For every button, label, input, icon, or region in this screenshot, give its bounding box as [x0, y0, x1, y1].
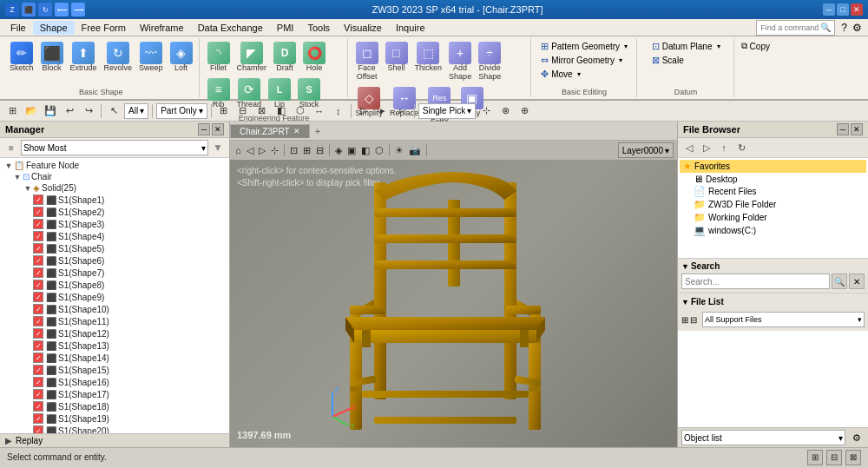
shape17-checkbox[interactable]: ✓ — [33, 389, 43, 399]
shape9-checkbox[interactable]: ✓ — [33, 292, 43, 302]
status-icon-2[interactable]: ⊟ — [826, 450, 842, 465]
menu-inquire[interactable]: Inquire — [389, 21, 432, 35]
recent-files-item[interactable]: 📄 Recent Files — [680, 185, 866, 198]
tree-shape-8[interactable]: ✓ ⬛ S1(Shape8) — [2, 279, 227, 291]
shape13-checkbox[interactable]: ✓ — [33, 340, 43, 351]
object-list-settings-button[interactable]: ⚙ — [849, 430, 865, 445]
file-browser-close-button[interactable]: ✕ — [851, 123, 863, 135]
new-button[interactable]: ⊞ — [3, 102, 21, 120]
revolve-button[interactable]: ↻ Revolve — [102, 40, 135, 75]
tree-shape-20[interactable]: ✓ ⬛ S1(Shape20) — [2, 425, 227, 433]
shape1-checkbox[interactable]: ✓ — [33, 194, 43, 205]
shape8-checkbox[interactable]: ✓ — [33, 280, 43, 290]
windows-drive-item[interactable]: 💻 windows(C:) — [680, 224, 866, 237]
window-controls[interactable]: ─ □ ✕ — [823, 3, 863, 16]
sweep-button[interactable]: 〰 Sweep — [136, 40, 166, 75]
viewport-add-tab-button[interactable]: + — [310, 124, 326, 138]
vp-nav-button-3[interactable]: ⊹ — [269, 142, 280, 158]
minimize-button[interactable]: ─ — [823, 3, 835, 16]
loft-button[interactable]: ◈ Loft — [168, 40, 195, 75]
tree-shape-7[interactable]: ✓ ⬛ S1(Shape7) — [2, 267, 227, 279]
shape20-checkbox[interactable]: ✓ — [33, 425, 43, 433]
block-button[interactable]: ⬛ Block — [38, 40, 66, 75]
undo-button[interactable]: ↩ — [61, 102, 78, 120]
vp-nav-button-1[interactable]: ◁ — [245, 142, 255, 158]
solid-node[interactable]: ▼ ◈ Solid(25) — [2, 182, 227, 194]
redo-button[interactable]: ↪ — [80, 102, 97, 120]
search-submit-button[interactable]: 🔍 — [832, 274, 847, 289]
vp-nav-button-2[interactable]: ▷ — [257, 142, 267, 158]
settings-icon[interactable]: ⚙ — [852, 22, 862, 34]
menu-pmi[interactable]: PMI — [270, 21, 301, 35]
fillet-button[interactable]: ◝ Fillet — [205, 40, 233, 75]
status-icon-1[interactable]: ⊞ — [807, 450, 823, 465]
search-input[interactable] — [681, 274, 830, 289]
shape19-checkbox[interactable]: ✓ — [33, 413, 43, 424]
shape18-checkbox[interactable]: ✓ — [33, 401, 43, 412]
viewport-canvas[interactable]: <right-click> for context-sensitive opti… — [230, 160, 677, 447]
tree-shape-16[interactable]: ✓ ⬛ S1(Shape16) — [2, 376, 227, 388]
chair-node[interactable]: ▼ ⊡ Chair — [2, 171, 227, 182]
working-folder-item[interactable]: 📁 Working Folder — [680, 211, 866, 224]
tree-shape-3[interactable]: ✓ ⬛ S1(Shape3) — [2, 218, 227, 230]
view-btn-1[interactable]: ⊞ — [215, 102, 233, 120]
thicken-button[interactable]: ⬚ Thicken — [412, 40, 445, 75]
manager-filter-dropdown[interactable]: Show Most ▾ — [21, 140, 208, 155]
tree-shape-2[interactable]: ✓ ⬛ S1(Shape2) — [2, 206, 227, 218]
close-button[interactable]: ✕ — [851, 3, 863, 16]
pattern-geometry-button[interactable]: ⊞ Pattern Geometry ▾ — [537, 40, 631, 53]
view-btn-3[interactable]: ⊠ — [253, 102, 271, 120]
view-btn-7[interactable]: ↕ — [330, 102, 347, 120]
pick-btn-1[interactable]: ⊹ — [477, 102, 495, 120]
tree-shape-17[interactable]: ✓ ⬛ S1(Shape17) — [2, 388, 227, 400]
maximize-button[interactable]: □ — [837, 3, 849, 16]
fb-forward-button[interactable]: ▷ — [699, 140, 714, 155]
tree-shape-13[interactable]: ✓ ⬛ S1(Shape13) — [2, 339, 227, 352]
copy-button[interactable]: ⧉ Copy — [738, 40, 773, 52]
file-type-dropdown[interactable]: All Support Files ▾ — [702, 312, 865, 327]
view-btn-4[interactable]: ◧ — [273, 102, 290, 120]
object-list-dropdown[interactable]: Object list ▾ — [681, 430, 845, 445]
fb-back-button[interactable]: ◁ — [681, 140, 697, 155]
manager-close-button[interactable]: ✕ — [212, 123, 224, 135]
tree-shape-10[interactable]: ✓ ⬛ S1(Shape10) — [2, 303, 227, 315]
shape11-checkbox[interactable]: ✓ — [33, 316, 43, 326]
shape3-checkbox[interactable]: ✓ — [33, 219, 43, 229]
fb-up-button[interactable]: ↑ — [716, 140, 732, 155]
save-button[interactable]: 💾 — [42, 102, 59, 120]
shape7-checkbox[interactable]: ✓ — [33, 267, 43, 278]
part-only-dropdown[interactable]: Part Only ▾ — [156, 103, 207, 119]
file-list-collapse-header[interactable]: ▼ File List — [681, 296, 724, 307]
pick-btn-3[interactable]: ⊕ — [516, 102, 533, 120]
select-button[interactable]: ↖ — [105, 102, 122, 120]
render-btn-1[interactable]: ▷ — [355, 102, 372, 120]
divide-shape-button[interactable]: ÷ DivideShape — [476, 40, 503, 83]
view-btn-2[interactable]: ⊟ — [234, 102, 252, 120]
datum-plane-button[interactable]: ⊡ Datum Plane ▾ — [648, 40, 724, 53]
tree-shape-18[interactable]: ✓ ⬛ S1(Shape18) — [2, 400, 227, 412]
feature-node-header[interactable]: ▼ 📋 Feature Node — [2, 160, 227, 171]
add-shape-button[interactable]: + AddShape — [446, 40, 474, 83]
shape6-checkbox[interactable]: ✓ — [33, 255, 43, 266]
hole-button[interactable]: ⭕ Hole — [300, 40, 328, 75]
tree-shape-4[interactable]: ✓ ⬛ S1(Shape4) — [2, 230, 227, 242]
favorites-item[interactable]: ★ Favorites — [680, 160, 866, 173]
pick-mode-dropdown[interactable]: Single Pick ▾ — [418, 103, 476, 119]
vp-view-button-2[interactable]: ⊞ — [301, 142, 312, 158]
filter-dropdown[interactable]: All ▾ — [124, 103, 148, 119]
viewport-tab-chair[interactable]: Chair.Z3PRT ✕ — [230, 124, 310, 138]
manager-collapse-button[interactable]: ─ — [198, 123, 210, 135]
pick-btn-2[interactable]: ⊗ — [496, 102, 514, 120]
layer-dropdown[interactable]: Layer0000 ▾ — [618, 142, 674, 158]
menu-file[interactable]: File — [3, 21, 33, 35]
view-btn-5[interactable]: ⬡ — [292, 102, 309, 120]
file-browser-collapse-button[interactable]: ─ — [837, 123, 849, 135]
draft-button[interactable]: D Draft — [271, 40, 299, 75]
menu-tools[interactable]: Tools — [300, 21, 337, 35]
face-offset-button[interactable]: ◻ FaceOffset — [353, 40, 381, 83]
menu-shape[interactable]: Shape — [33, 21, 75, 35]
tree-shape-14[interactable]: ✓ ⬛ S1(Shape14) — [2, 352, 227, 364]
shape2-checkbox[interactable]: ✓ — [33, 207, 43, 217]
tree-shape-15[interactable]: ✓ ⬛ S1(Shape15) — [2, 364, 227, 376]
search-header[interactable]: ▼ Search — [681, 260, 865, 272]
